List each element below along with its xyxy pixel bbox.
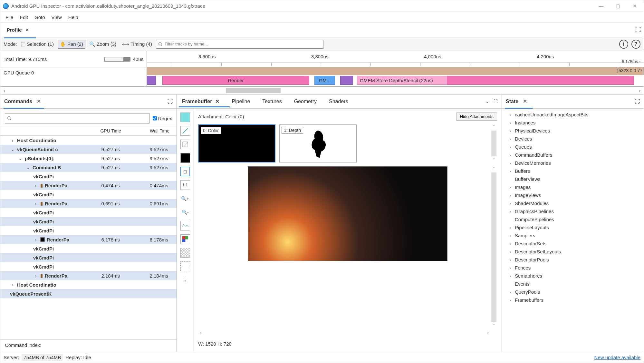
table-row[interactable]: ›▮RenderPa2.184ms2.184ms xyxy=(0,271,177,280)
table-row[interactable]: ›RenderPa6.178ms6.178ms xyxy=(0,235,177,244)
state-item[interactable]: BufferViews xyxy=(504,175,641,183)
state-item[interactable]: ›Buffers xyxy=(504,167,641,175)
timeline-h-scrollbar[interactable]: ‹ › xyxy=(0,87,644,94)
tool-zoom-out-icon[interactable]: 🔍- xyxy=(180,207,190,217)
tab-profile[interactable]: Profile ✕ xyxy=(3,25,33,35)
state-item[interactable]: ›GraphicsPipelines xyxy=(504,207,641,215)
table-row[interactable]: ⌄vkQueueSubmit c9.527ms9.527ms xyxy=(0,145,177,154)
state-item[interactable]: ›Devices xyxy=(504,135,641,143)
table-row[interactable]: vkCmdPi xyxy=(0,190,177,199)
state-item[interactable]: ›cachedUnpackedImageAspectBits xyxy=(504,111,641,119)
table-row[interactable]: ⌄Command B9.527ms9.527ms xyxy=(0,163,177,172)
tool-fit-icon[interactable]: ◻ xyxy=(180,167,190,176)
scroll-left-icon[interactable]: ‹ xyxy=(4,88,5,93)
table-row[interactable]: ›▮RenderPa0.691ms0.691ms xyxy=(0,199,177,208)
table-row[interactable]: vkCmdPi xyxy=(0,172,177,181)
commands-close-icon[interactable]: ✕ xyxy=(37,98,41,104)
table-row[interactable]: vkCmdPi xyxy=(0,208,177,217)
chevron-down-icon[interactable]: ⌄ xyxy=(485,99,489,104)
mode-pan[interactable]: ✋Pan (2) xyxy=(58,40,85,49)
block-render[interactable]: Render xyxy=(162,76,309,85)
state-expand-icon[interactable]: ⛶ xyxy=(635,99,640,104)
regex-checkbox[interactable]: Regex xyxy=(153,113,172,123)
block-purple[interactable] xyxy=(147,76,156,85)
info-icon[interactable]: i xyxy=(619,40,628,49)
tab-geometry[interactable]: Geometry xyxy=(293,96,318,107)
tool-1to1-icon[interactable]: 1:1 xyxy=(180,180,190,190)
tool-zoom-in-icon[interactable]: 🔍+ xyxy=(180,194,190,203)
tab-framebuffer[interactable]: Framebuffer✕ xyxy=(181,96,221,107)
mode-zoom[interactable]: 🔍Zoom (3) xyxy=(87,40,118,48)
chevron-icon[interactable]: › xyxy=(10,138,15,143)
commands-tree[interactable]: ›Host Coordinatio⌄vkQueueSubmit c9.527ms… xyxy=(0,136,177,298)
chevron-icon[interactable]: ⌄ xyxy=(10,146,15,152)
thumbs-v-scrollbar[interactable]: ˄˅ xyxy=(491,124,497,162)
tool-color-icon[interactable] xyxy=(180,113,190,122)
table-row[interactable]: vkCmdPi xyxy=(0,253,177,262)
state-item[interactable]: ›Queues xyxy=(504,143,641,151)
tab-close-icon[interactable]: ✕ xyxy=(25,27,29,33)
table-row[interactable]: vkQueuePresentK xyxy=(0,289,177,298)
state-item[interactable]: ›ImageViews xyxy=(504,191,641,199)
state-close-icon[interactable]: ✕ xyxy=(523,98,527,104)
tab-shaders[interactable]: Shaders xyxy=(328,96,350,107)
state-item[interactable]: ›Images xyxy=(504,183,641,191)
mode-timing[interactable]: ⟷Timing (4) xyxy=(120,40,154,48)
tool-channels-icon[interactable] xyxy=(180,234,190,244)
state-item[interactable]: ›ShaderModules xyxy=(504,199,641,207)
table-row[interactable]: vkCmdPi xyxy=(0,244,177,253)
fullscreen-icon[interactable]: ⛶ xyxy=(635,26,641,33)
track-canvas[interactable]: [5323 0 0 77 Render GM... GMEM Store Dep… xyxy=(147,67,644,86)
state-item[interactable]: ›Fences xyxy=(504,264,641,272)
chevron-icon[interactable]: ⌄ xyxy=(25,164,31,170)
menu-goto[interactable]: Goto xyxy=(31,13,48,21)
timeline-ticks[interactable]: 3,600us 3,800us 4,000us 4,200us 6.178ms … xyxy=(147,51,644,67)
preview-v-scrollbar[interactable]: ˄˅ xyxy=(491,166,497,328)
menu-help[interactable]: Help xyxy=(65,13,82,21)
table-row[interactable]: ⌄pSubmits[0]:9.527ms9.527ms xyxy=(0,154,177,163)
chevron-icon[interactable]: › xyxy=(33,183,38,188)
tool-overlay-icon[interactable] xyxy=(180,140,190,149)
chevron-icon[interactable]: › xyxy=(10,282,15,288)
state-tree[interactable]: ›cachedUnpackedImageAspectBits›Instances… xyxy=(502,109,644,352)
menu-view[interactable]: View xyxy=(48,13,65,21)
mode-selection[interactable]: ⬚Selection (1) xyxy=(19,40,56,48)
close-icon[interactable]: ✕ xyxy=(631,2,639,10)
tool-black-icon[interactable] xyxy=(180,153,190,163)
tab-textures[interactable]: Textures xyxy=(261,96,283,107)
state-item[interactable]: Events xyxy=(504,280,641,288)
filter-tracks-input[interactable] xyxy=(156,40,323,49)
scroll-right-icon[interactable]: › xyxy=(639,88,640,93)
state-item[interactable]: ›DescriptorSets xyxy=(504,240,641,248)
preview-h-scrollbar[interactable]: ‹› xyxy=(198,329,491,336)
tool-save-icon[interactable]: ⭳ xyxy=(180,275,190,285)
state-item[interactable]: ›DescriptorSetLayouts xyxy=(504,248,641,256)
state-item[interactable]: ›Samplers xyxy=(504,231,641,240)
chevron-icon[interactable]: ⌄ xyxy=(18,155,23,161)
state-item[interactable]: ›CommandBuffers xyxy=(504,151,641,159)
table-row[interactable]: ›▮RenderPa0.474ms0.474ms xyxy=(0,181,177,190)
tool-histogram-icon[interactable] xyxy=(180,221,190,231)
table-row[interactable]: vkCmdPi xyxy=(0,262,177,271)
state-item[interactable]: ›Framebuffers xyxy=(504,296,641,304)
state-item[interactable]: ›DeviceMemories xyxy=(504,159,641,167)
tool-diag-icon[interactable] xyxy=(180,126,190,136)
commands-search-input[interactable] xyxy=(5,113,149,123)
block-store[interactable]: GMEM Store Depth/Stencil (22us) xyxy=(357,76,447,85)
state-item[interactable]: ›QueryPools xyxy=(504,288,641,296)
state-item[interactable]: ›PipelineLayouts xyxy=(504,223,641,231)
fb-close-icon[interactable]: ✕ xyxy=(215,99,219,104)
chevron-icon[interactable]: › xyxy=(33,273,38,279)
table-row[interactable]: ›Host Coordinatio xyxy=(0,280,177,289)
state-item[interactable]: ›PhysicalDevices xyxy=(504,127,641,135)
tool-checker-icon[interactable] xyxy=(180,248,190,258)
fb-expand-icon[interactable]: ⛶ xyxy=(494,99,498,104)
state-item[interactable]: ComputePipelines xyxy=(504,215,641,223)
block-purple-2[interactable] xyxy=(340,76,353,85)
help-icon[interactable]: ? xyxy=(631,40,640,49)
block-gm[interactable]: GM... xyxy=(314,76,335,85)
table-row[interactable]: ›Host Coordinatio xyxy=(0,136,177,145)
commands-expand-icon[interactable]: ⛶ xyxy=(168,99,173,104)
chevron-icon[interactable]: › xyxy=(33,237,38,242)
minimap[interactable] xyxy=(104,57,130,62)
